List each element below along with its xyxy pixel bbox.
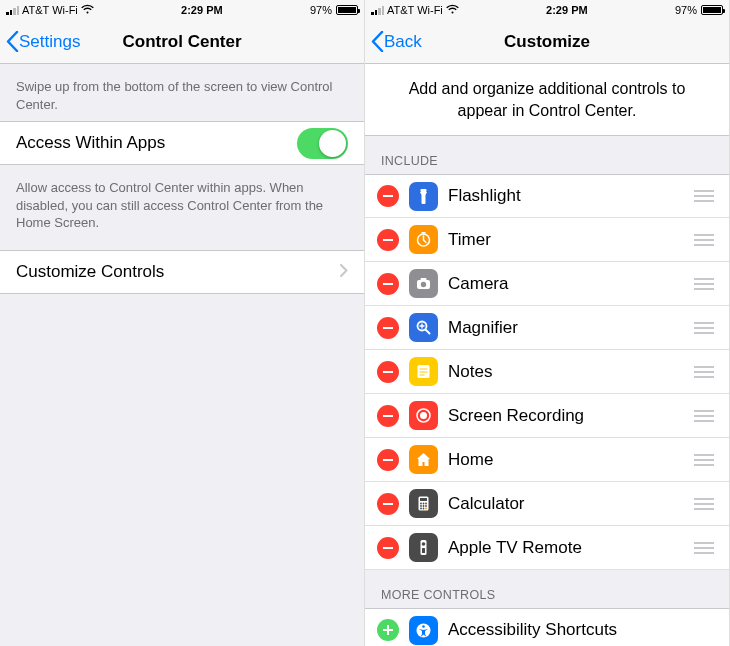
battery-pct: 97% [310,4,332,16]
signal-icon [6,6,19,15]
wifi-icon [81,4,94,16]
control-item-row[interactable]: Apple TV Remote [365,526,729,570]
back-label: Back [384,32,422,52]
back-button[interactable]: Settings [0,31,80,52]
remove-button[interactable] [377,537,399,559]
control-item-row[interactable]: Timer [365,218,729,262]
item-label: Screen Recording [448,406,683,426]
control-item-row[interactable]: Calculator [365,482,729,526]
timer-icon [409,225,438,254]
item-label: Flashlight [448,186,683,206]
back-label: Settings [19,32,80,52]
item-label: Home [448,450,683,470]
item-label: Magnifier [448,318,683,338]
home-icon [409,445,438,474]
phone-customize: AT&T Wi-Fi 2:29 PM 97% Back Customize Ad… [365,0,730,646]
magnifier-icon [409,313,438,342]
intro-text: Add and organize additional controls to … [365,64,729,136]
item-label: Timer [448,230,683,250]
control-item-row[interactable]: Flashlight [365,174,729,218]
content: Swipe up from the bottom of the screen t… [0,64,364,646]
battery-pct: 97% [675,4,697,16]
remove-button[interactable] [377,449,399,471]
item-label: Calculator [448,494,683,514]
item-label: Notes [448,362,683,382]
drag-handle[interactable] [693,410,715,422]
nav-bar: Back Customize [365,20,729,64]
control-item-row[interactable]: Home [365,438,729,482]
back-button[interactable]: Back [365,31,422,52]
row-label: Access Within Apps [16,133,297,153]
content: Add and organize additional controls to … [365,64,729,646]
item-label: Apple TV Remote [448,538,683,558]
drag-handle[interactable] [693,454,715,466]
chevron-right-icon [340,262,348,282]
drag-handle[interactable] [693,234,715,246]
more-controls-header: MORE CONTROLS [365,570,729,608]
remove-button[interactable] [377,493,399,515]
customize-controls-row[interactable]: Customize Controls [0,250,364,294]
include-list: FlashlightTimerCameraMagnifierNotesScree… [365,174,729,570]
remove-button[interactable] [377,317,399,339]
remove-button[interactable] [377,273,399,295]
signal-icon [371,6,384,15]
remove-button[interactable] [377,185,399,207]
section-note: Swipe up from the bottom of the screen t… [0,64,364,121]
battery-icon [701,5,723,15]
status-time: 2:29 PM [546,4,588,16]
row-label: Customize Controls [16,262,340,282]
control-item-row[interactable]: Magnifier [365,306,729,350]
accessibility-icon [409,616,438,645]
item-label: Camera [448,274,683,294]
carrier-label: AT&T Wi-Fi [387,4,443,16]
screenrec-icon [409,401,438,430]
status-bar: AT&T Wi-Fi 2:29 PM 97% [365,0,729,20]
status-time: 2:29 PM [181,4,223,16]
carrier-label: AT&T Wi-Fi [22,4,78,16]
item-label: Accessibility Shortcuts [448,620,715,640]
drag-handle[interactable] [693,542,715,554]
remove-button[interactable] [377,229,399,251]
chevron-left-icon [6,31,19,52]
control-item-row[interactable]: Notes [365,350,729,394]
battery-icon [336,5,358,15]
access-toggle[interactable] [297,128,348,159]
remove-button[interactable] [377,405,399,427]
access-within-apps-row[interactable]: Access Within Apps [0,121,364,165]
drag-handle[interactable] [693,322,715,334]
remove-button[interactable] [377,361,399,383]
wifi-icon [446,4,459,16]
include-header: INCLUDE [365,136,729,174]
status-bar: AT&T Wi-Fi 2:29 PM 97% [0,0,364,20]
add-button[interactable] [377,619,399,641]
control-item-row[interactable]: Camera [365,262,729,306]
camera-icon [409,269,438,298]
atvremote-icon [409,533,438,562]
chevron-left-icon [371,31,384,52]
drag-handle[interactable] [693,278,715,290]
section-note: Allow access to Control Center within ap… [0,165,364,240]
control-item-row[interactable]: Accessibility Shortcuts [365,608,729,646]
drag-handle[interactable] [693,498,715,510]
calculator-icon [409,489,438,518]
flashlight-icon [409,182,438,211]
more-list: Accessibility Shortcuts [365,608,729,646]
nav-bar: Settings Control Center [0,20,364,64]
phone-control-center: AT&T Wi-Fi 2:29 PM 97% Settings Control … [0,0,365,646]
control-item-row[interactable]: Screen Recording [365,394,729,438]
drag-handle[interactable] [693,190,715,202]
notes-icon [409,357,438,386]
drag-handle[interactable] [693,366,715,378]
